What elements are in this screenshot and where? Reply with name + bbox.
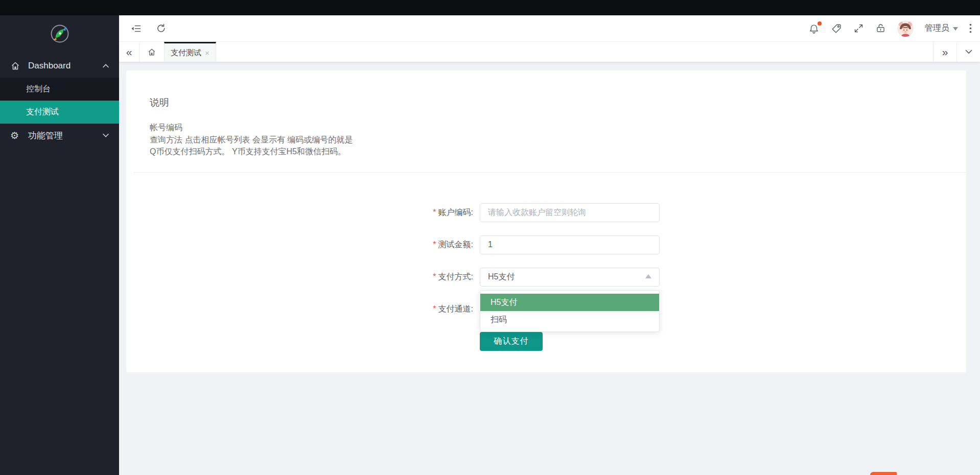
tab-label: 支付测试 [171,48,201,58]
payment-method-dropdown: H5支付 扫码 [480,290,660,332]
rocket-logo-icon [48,22,72,48]
sidebar-submenu: 控制台 支付测试 [0,78,119,124]
account-code-input[interactable] [480,203,660,222]
screen: Dashboard 控制台 支付测试 ⚙ [0,0,980,475]
more-options-kebab-icon[interactable] [969,23,972,33]
sidebar-item-console[interactable]: 控制台 [0,78,119,101]
home-tab-icon[interactable] [139,42,164,62]
sidebar-menu: Dashboard 控制台 支付测试 ⚙ [0,54,119,147]
field-label: * 支付通道: [126,304,480,315]
payment-form: * 账户编码: * 测试金额: [126,203,966,351]
field-label: * 支付方式: [126,272,480,282]
notification-dot [818,21,822,26]
payment-method-select-wrap: H5支付 H5支付 扫码 [480,268,660,287]
topbar: 管理员 [119,15,980,42]
content-area: 说明 帐号编码 查询方法 点击相应帐号列表 会显示有 编码或编号的就是 Q币仅支… [119,62,980,475]
divider [134,172,966,173]
sidebar: Dashboard 控制台 支付测试 ⚙ [0,15,119,475]
sidebar-item-label: 功能管理 [28,130,63,141]
chevron-down-icon [103,133,109,137]
payment-method-select[interactable]: H5支付 [480,268,660,287]
sidebar-item-label: Dashboard [28,61,71,71]
user-menu[interactable]: 管理员 [925,23,958,34]
tab-payment-test[interactable]: 支付测试 × [164,42,216,62]
description-line: 查询方法 点击相应帐号列表 会显示有 编码或编号的就是 [150,134,966,146]
dropdown-option-h5[interactable]: H5支付 [480,294,659,311]
refresh-icon[interactable] [156,23,167,34]
tabbar: « 支付测试 × » [119,42,980,62]
home-icon [10,61,21,71]
gear-icon: ⚙ [10,131,21,140]
tabs-menu-button[interactable] [956,42,980,62]
tabs-scroll-right-button[interactable]: » [933,42,956,62]
tab-close-icon[interactable]: × [205,49,209,57]
field-label: * 账户编码: [126,207,480,218]
sidebar-item-function-management[interactable]: ⚙ 功能管理 [0,124,119,147]
required-marker: * [433,304,436,314]
tabbar-spacer [216,42,933,62]
test-amount-input[interactable] [480,235,660,254]
lock-icon[interactable] [875,23,886,34]
page-title: 说明 [126,70,966,109]
required-marker: * [433,272,436,281]
form-row-payment-method: * 支付方式: H5支付 H5支付 扫码 [126,268,966,287]
floating-widget-peek [870,472,897,475]
confirm-payment-button[interactable]: 确认支付 [480,332,543,351]
sidebar-item-dashboard[interactable]: Dashboard [0,54,119,78]
dropdown-option-scan[interactable]: 扫码 [480,311,659,328]
payment-test-card: 说明 帐号编码 查询方法 点击相应帐号列表 会显示有 编码或编号的就是 Q币仅支… [126,70,966,372]
required-marker: * [433,208,436,217]
form-row-test-amount: * 测试金额: [126,235,966,254]
chevron-up-icon [103,64,109,68]
description-line: Q币仅支付扫码方式。 Y币支持支付宝H5和微信扫码。 [150,146,966,158]
required-marker: * [433,240,436,249]
fullscreen-icon[interactable] [853,23,864,34]
notification-bell-icon[interactable] [808,23,820,34]
sidebar-item-label: 支付测试 [26,107,59,117]
tabs-scroll-left-button[interactable]: « [119,42,139,62]
select-caret-up-icon [645,271,651,278]
collapse-sidebar-icon[interactable] [130,23,142,34]
caret-down-icon [953,27,958,33]
window-top-bar [0,0,980,15]
field-label: * 测试金额: [126,240,480,250]
description-line: 帐号编码 [150,122,966,134]
avatar[interactable] [897,20,914,37]
form-row-account-code: * 账户编码: [126,203,966,222]
select-value: H5支付 [488,272,515,282]
tag-icon[interactable] [831,23,842,34]
app-logo[interactable] [0,15,119,54]
sidebar-item-payment-test[interactable]: 支付测试 [0,101,119,124]
user-name: 管理员 [925,23,949,34]
sidebar-item-label: 控制台 [26,84,51,94]
submit-row: 确认支付 [480,332,966,351]
description: 帐号编码 查询方法 点击相应帐号列表 会显示有 编码或编号的就是 Q币仅支付扫码… [150,122,966,158]
